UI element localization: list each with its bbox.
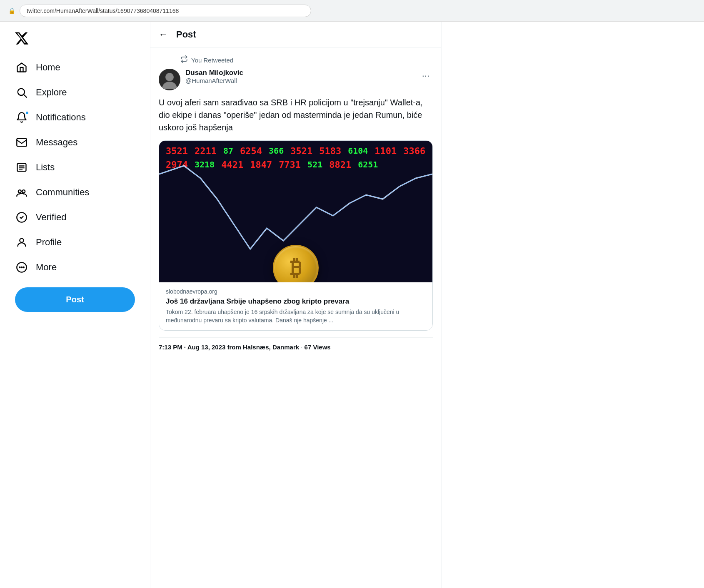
link-card-image: 3521 2211 87 6254 366 3521 5183 6104 110… xyxy=(159,141,432,282)
sidebar-item-lists[interactable]: Lists xyxy=(8,156,142,179)
author-avatar[interactable] xyxy=(159,69,180,90)
tweet-author-row: Dusan Milojkovic @HumanAfterWall ··· xyxy=(159,69,433,90)
tweet-timestamp: 7:13 PM · Aug 13, 2023 from Halsnæs, Dan… xyxy=(159,344,299,351)
sidebar-item-messages-label: Messages xyxy=(36,137,77,148)
communities-icon xyxy=(15,187,28,198)
back-button[interactable]: ← xyxy=(159,29,168,40)
sidebar-item-profile[interactable]: Profile xyxy=(8,231,142,254)
person-icon xyxy=(15,237,28,248)
link-description: Tokom 22. februara uhapšeno je 16 srpski… xyxy=(166,308,426,324)
sidebar-item-notifications-label: Notifications xyxy=(36,112,86,123)
post-button[interactable]: Post xyxy=(15,287,135,312)
main-content: ← Post You Retweeted xyxy=(150,22,442,588)
x-logo[interactable] xyxy=(8,26,142,52)
svg-point-16 xyxy=(165,73,174,81)
x-logo-icon xyxy=(14,31,29,46)
tweet-container: You Retweeted Dusan Milojkovic @HumanAft… xyxy=(150,48,441,358)
more-circle-icon xyxy=(15,262,28,273)
post-page-title: Post xyxy=(176,29,196,40)
author-name[interactable]: Dusan Milojkovic xyxy=(185,69,414,77)
verified-icon xyxy=(15,212,28,223)
sidebar-item-more[interactable]: More xyxy=(8,256,142,279)
link-source: slobodnaevropa.org xyxy=(166,288,426,295)
retweet-icon xyxy=(180,55,188,65)
app-container: Home Explore Notifications xyxy=(0,22,704,588)
browser-chrome: 🔒 twitter.com/HumanAfterWall/status/1690… xyxy=(0,0,704,22)
list-icon xyxy=(15,162,28,173)
sidebar-item-messages[interactable]: Messages xyxy=(8,131,142,154)
sidebar-item-communities-label: Communities xyxy=(36,187,89,198)
svg-point-7 xyxy=(18,190,21,193)
sidebar: Home Explore Notifications xyxy=(0,22,150,588)
views-count: 67 xyxy=(305,344,312,351)
svg-point-12 xyxy=(19,267,20,268)
svg-point-14 xyxy=(23,267,24,268)
url-bar[interactable]: twitter.com/HumanAfterWall/status/169077… xyxy=(20,5,311,17)
avatar-image xyxy=(159,69,180,90)
svg-point-10 xyxy=(20,239,23,242)
author-handle[interactable]: @HumanAfterWall xyxy=(185,77,414,84)
sidebar-item-explore[interactable]: Explore xyxy=(8,81,142,104)
search-icon xyxy=(15,87,28,98)
link-title: Još 16 državljana Srbije uhapšeno zbog k… xyxy=(166,297,426,306)
retweet-notice: You Retweeted xyxy=(180,55,433,65)
sidebar-item-more-label: More xyxy=(36,262,57,273)
tweet-meta: 7:13 PM · Aug 13, 2023 from Halsnæs, Dan… xyxy=(159,337,433,351)
mail-icon xyxy=(15,137,28,148)
lock-icon: 🔒 xyxy=(8,7,15,14)
sidebar-item-verified-label: Verified xyxy=(36,212,66,223)
tweet-more-button[interactable]: ··· xyxy=(419,69,433,83)
retweet-notice-text: You Retweeted xyxy=(191,57,233,64)
sidebar-item-communities[interactable]: Communities xyxy=(8,181,142,204)
views-label: Views xyxy=(313,344,330,351)
bitcoin-symbol: ₿ xyxy=(290,255,301,280)
sidebar-item-home-label: Home xyxy=(36,62,60,73)
stock-background: 3521 2211 87 6254 366 3521 5183 6104 110… xyxy=(159,141,432,282)
svg-point-13 xyxy=(21,267,22,268)
sidebar-item-profile-label: Profile xyxy=(36,237,62,248)
svg-rect-2 xyxy=(17,139,26,147)
home-icon xyxy=(15,62,28,73)
link-card-body: slobodnaevropa.org Još 16 državljana Srb… xyxy=(159,282,432,330)
link-card[interactable]: 3521 2211 87 6254 366 3521 5183 6104 110… xyxy=(159,140,433,331)
svg-point-8 xyxy=(22,190,25,193)
bell-icon xyxy=(15,112,28,123)
sidebar-item-verified[interactable]: Verified xyxy=(8,206,142,229)
sidebar-item-lists-label: Lists xyxy=(36,162,55,173)
sidebar-item-home[interactable]: Home xyxy=(8,56,142,79)
sidebar-item-explore-label: Explore xyxy=(36,87,67,98)
notification-dot xyxy=(25,111,29,115)
author-info: Dusan Milojkovic @HumanAfterWall xyxy=(185,69,414,84)
post-page-header: ← Post xyxy=(150,22,441,48)
svg-line-1 xyxy=(24,95,26,97)
tweet-text: U ovoj aferi sam sarađivao sa SRB i HR p… xyxy=(159,96,433,134)
sidebar-item-notifications[interactable]: Notifications xyxy=(8,106,142,129)
